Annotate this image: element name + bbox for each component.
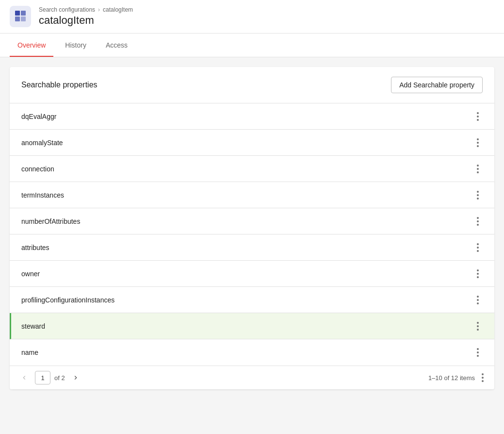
page-number-box[interactable]: 1: [35, 371, 50, 384]
app-logo: [10, 6, 31, 27]
items-count: 1–10 of 12 items: [428, 374, 475, 382]
main-content: Searchable properties Add Searchable pro…: [0, 57, 504, 399]
page-title: catalogItem: [39, 14, 133, 27]
item-name: termInstances: [21, 191, 64, 199]
tab-history[interactable]: History: [57, 33, 94, 57]
pagination-next-button[interactable]: [69, 371, 82, 384]
list-item[interactable]: termInstances: [10, 182, 494, 208]
svg-rect-1: [21, 11, 26, 16]
list-item[interactable]: name: [10, 339, 494, 366]
breadcrumb: Search configurations › catalogItem: [39, 6, 133, 13]
list-item[interactable]: anomalyState: [10, 130, 494, 156]
tabs-bar: Overview History Access: [0, 33, 504, 57]
item-kebab-menu[interactable]: [473, 294, 483, 306]
logo-icon: [14, 9, 27, 24]
list-item[interactable]: profilingConfigurationInstances: [10, 287, 494, 313]
tab-access[interactable]: Access: [98, 33, 135, 57]
card-title: Searchable properties: [21, 81, 98, 89]
tab-overview[interactable]: Overview: [10, 33, 53, 57]
add-searchable-property-button[interactable]: Add Searchable property: [391, 77, 483, 93]
pagination-left: 1 of 2: [17, 371, 82, 384]
item-kebab-menu[interactable]: [473, 267, 483, 280]
item-name: connection: [21, 165, 54, 173]
svg-rect-2: [15, 17, 20, 21]
item-kebab-menu[interactable]: [473, 136, 483, 149]
app-header: Search configurations › catalogItem cata…: [0, 0, 504, 33]
pagination-kebab-menu[interactable]: [479, 371, 487, 384]
item-name: numberOfAttributes: [21, 217, 80, 225]
item-kebab-menu[interactable]: [473, 163, 483, 175]
item-kebab-menu[interactable]: [473, 189, 483, 201]
searchable-properties-card: Searchable properties Add Searchable pro…: [10, 67, 494, 389]
pagination-prev-button[interactable]: [17, 371, 31, 384]
item-kebab-menu[interactable]: [473, 241, 483, 254]
pagination: 1 of 2 1–10 of 12 items: [10, 366, 494, 389]
items-list: dqEvalAggranomalyStateconnectiontermInst…: [10, 103, 494, 366]
list-item[interactable]: steward: [10, 313, 494, 339]
item-name: dqEvalAggr: [21, 113, 56, 120]
item-name: profilingConfigurationInstances: [21, 296, 114, 304]
list-item[interactable]: connection: [10, 156, 494, 182]
item-name: attributes: [21, 244, 49, 251]
item-kebab-menu[interactable]: [473, 215, 483, 228]
card-header: Searchable properties Add Searchable pro…: [10, 67, 494, 103]
header-title-area: Search configurations › catalogItem cata…: [39, 6, 133, 27]
svg-rect-3: [21, 17, 26, 21]
list-item[interactable]: owner: [10, 261, 494, 287]
list-item[interactable]: attributes: [10, 234, 494, 261]
page-of-label: of 2: [54, 374, 65, 382]
item-kebab-menu[interactable]: [473, 110, 483, 123]
svg-rect-0: [15, 11, 20, 16]
item-name: owner: [21, 270, 40, 278]
item-name: steward: [21, 322, 45, 330]
list-item[interactable]: dqEvalAggr: [10, 103, 494, 130]
breadcrumb-separator: ›: [98, 6, 100, 13]
list-item[interactable]: numberOfAttributes: [10, 208, 494, 234]
item-kebab-menu[interactable]: [473, 320, 483, 333]
item-name: name: [21, 349, 38, 356]
breadcrumb-parent[interactable]: Search configurations: [39, 6, 95, 13]
item-name: anomalyState: [21, 139, 63, 147]
breadcrumb-current: catalogItem: [103, 6, 133, 13]
pagination-right: 1–10 of 12 items: [428, 371, 487, 384]
item-kebab-menu[interactable]: [473, 346, 483, 359]
